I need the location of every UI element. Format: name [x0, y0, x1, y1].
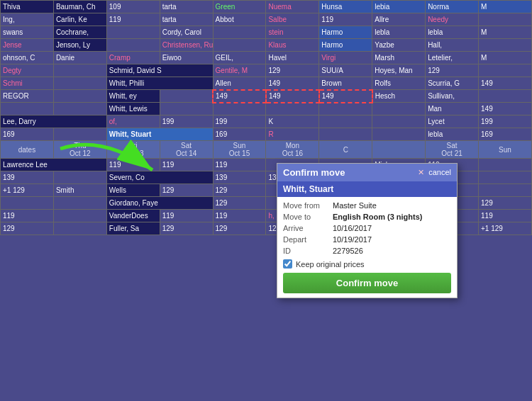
keep-prices-label: Keep original prices	[296, 260, 365, 269]
arrive-value: 10/16/2017	[333, 224, 372, 232]
table-row: REGOR Whitt, ey 149 149 149 Hesch Sulliv…	[1, 90, 532, 103]
cancel-link[interactable]: ✕ cancel	[418, 168, 451, 177]
date-header-row: dates ThuOct 12 FriOct 13 SatOct 14 SunO…	[1, 141, 532, 159]
table-row: ohnson, C Danie Cramp Eiwoo GEIL, Havel …	[1, 52, 532, 64]
arrive-row: Arrive 10/16/2017	[283, 224, 451, 232]
table-row: Whitt, Lewis Man 149	[1, 103, 532, 115]
modal-body: Move from Master Suite Move to English R…	[277, 197, 457, 298]
move-to-label: Move to	[283, 213, 333, 221]
grid-container: Thiva Bauman, Ch 109 tarta Green Nuema H…	[0, 0, 532, 401]
move-to-row: Move to English Room (3 nights)	[283, 213, 451, 221]
guest-name: Whitt, Stuart	[283, 184, 333, 194]
id-label: ID	[283, 247, 333, 255]
arrive-label: Arrive	[283, 224, 333, 232]
move-from-row: Move from Master Suite	[283, 201, 451, 210]
cancel-x-icon: ✕	[418, 168, 424, 176]
keep-prices-row: Keep original prices	[283, 259, 451, 269]
move-from-label: Move from	[283, 201, 333, 210]
id-value: 2279526	[333, 247, 363, 255]
depart-value: 10/19/2017	[333, 235, 372, 244]
move-to-value: English Room (3 nights)	[333, 213, 423, 221]
keep-prices-checkbox[interactable]	[283, 259, 292, 269]
confirm-move-button[interactable]: Confirm move	[283, 273, 451, 293]
table-row: 169 Whitt, Stuart 169 R lebla 169	[1, 128, 532, 141]
id-row: ID 2279526	[283, 247, 451, 255]
table-row: Degty Schmid, David S Gentile, M 129 SUU…	[1, 64, 532, 77]
modal-title: Confirm move	[283, 167, 345, 178]
modal-header: Confirm move ✕ cancel	[277, 164, 457, 181]
cancel-label: cancel	[428, 168, 451, 176]
move-from-value: Master Suite	[333, 201, 377, 210]
table-row: swans Cochrane, Cordy, Carol stein Harmo…	[1, 26, 532, 39]
depart-label: Depart	[283, 235, 333, 244]
table-row: Jense Jenson, Ly Christensen, Ru Klaus H…	[1, 39, 532, 52]
table-row: Thiva Bauman, Ch 109 tarta Green Nuema H…	[1, 1, 532, 13]
table-row: Ing, Carlin, Ke 119 tarta Abbot Salbe 11…	[1, 13, 532, 26]
table-row: Schmi Whitt, Philli Allen 149 Brown Rolf…	[1, 77, 532, 90]
table-row: Lee, Darry of, 199 199 K Lycet 199	[1, 115, 532, 128]
depart-row: Depart 10/19/2017	[283, 235, 451, 244]
guest-name-bar: Whitt, Stuart	[277, 181, 457, 197]
confirm-move-modal: Confirm move ✕ cancel Whitt, Stuart Move…	[277, 163, 458, 298]
